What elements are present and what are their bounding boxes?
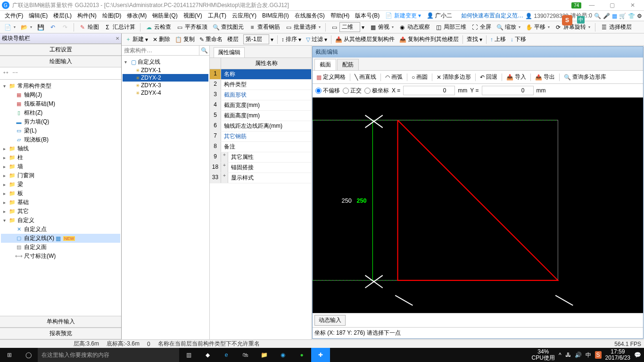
menu-rebar[interactable]: 钢筋量(Q) xyxy=(149,11,180,21)
import-button[interactable]: 📥导入 xyxy=(504,72,528,82)
topview-button[interactable]: ▦俯视 xyxy=(367,22,396,32)
tree-custom-line[interactable]: ▢自定义线(X)▦NEW xyxy=(1,234,120,243)
cpu-meter[interactable]: 34%CPU使用 xyxy=(532,349,555,361)
tree-column[interactable]: ▯框柱(Z) xyxy=(1,108,120,117)
filter-button[interactable]: ▽过滤▾ xyxy=(304,34,329,44)
list-item-2[interactable]: ✳ZDYX-2 xyxy=(123,74,208,82)
tab-rebar[interactable]: 配筋 xyxy=(337,59,359,70)
batchsel-button[interactable]: ▭批量选择 xyxy=(283,22,322,32)
tree-custom-face[interactable]: ▨自定义面 xyxy=(1,243,120,252)
copy-button[interactable]: 📋复制 xyxy=(173,34,197,44)
tree-opening[interactable]: ▸📁门窗洞 xyxy=(1,171,120,180)
prop-row-type[interactable]: 2构件类型 xyxy=(210,80,311,90)
new-component-button[interactable]: ＋新建▾ xyxy=(124,34,150,44)
notification-badge[interactable]: 74 xyxy=(571,2,581,8)
menu-help[interactable]: 帮助(H) xyxy=(328,11,353,21)
taskbar-explorer[interactable]: 📁 xyxy=(255,348,273,362)
list-item-4[interactable]: ✳ZDYX-4 xyxy=(123,89,208,97)
search-button[interactable]: 🔍 xyxy=(199,46,209,55)
taskbar-app-3[interactable]: ● xyxy=(292,348,311,362)
sidebar-bar-drawing[interactable]: 绘图输入 xyxy=(0,56,121,67)
tree-custom[interactable]: ▾📁自定义 xyxy=(1,216,120,225)
expand-icon[interactable]: ⁺⁺ xyxy=(3,70,8,77)
start-button[interactable]: ⊞ xyxy=(0,348,19,362)
sumcalc-button[interactable]: Σ汇总计算 xyxy=(102,22,137,32)
tab-section[interactable]: 截面 xyxy=(314,59,336,70)
search-input[interactable] xyxy=(122,46,199,55)
x-input[interactable]: 0 xyxy=(403,86,455,95)
clear-polygon-button[interactable]: ✕清除多边形 xyxy=(435,72,473,82)
prop-row-axisdist[interactable]: 6轴线距左边线距离(mm) xyxy=(210,121,311,132)
tree-beam2[interactable]: ▸📁梁 xyxy=(1,180,120,189)
prop-row-otherrebar[interactable]: 7其它钢筋 xyxy=(210,132,311,142)
prop-row-remark[interactable]: 8备注 xyxy=(210,142,311,152)
tip-link[interactable]: 如何快速布置自定义范… xyxy=(461,12,523,20)
floor-select[interactable]: 第-1层▾ xyxy=(241,33,275,45)
menu-draw[interactable]: 绘图(D) xyxy=(99,11,124,21)
query-polygon-button[interactable]: 🔍查询多边形库 xyxy=(562,72,608,82)
sidebar-bar-single[interactable]: 单构件输入 xyxy=(0,316,121,328)
undo-polygon-button[interactable]: ↶回退 xyxy=(478,72,499,82)
prop-row-width[interactable]: 4截面宽度(mm) xyxy=(210,100,311,111)
ime-floating-icon[interactable]: S xyxy=(562,15,572,25)
tree-shearwall[interactable]: ▬剪力墙(Q) xyxy=(1,117,120,126)
shirt-icon[interactable]: 👕 xyxy=(628,13,635,19)
new-change-button[interactable]: 📄 新建变更 ▾ xyxy=(382,11,424,21)
radio-no-offset[interactable]: 不偏移 xyxy=(315,87,340,95)
tree-raft[interactable]: ▦筏板基础(M) xyxy=(1,99,120,108)
selectfloor-button[interactable]: ☰选择楼层 xyxy=(598,22,634,32)
menu-edit[interactable]: 编辑(E) xyxy=(26,11,50,21)
tree-axis[interactable]: ▸📁轴线 xyxy=(1,144,120,153)
redo-button[interactable]: ↷ xyxy=(59,23,71,32)
find-button[interactable]: 查找▾ xyxy=(465,34,484,44)
draw-line-button[interactable]: ╲画直线 xyxy=(353,72,378,82)
new-file-button[interactable]: 📄 xyxy=(2,23,17,32)
draw-circle-button[interactable]: ○画圆 xyxy=(410,72,429,82)
taskbar-app-1[interactable]: ◆ xyxy=(198,348,217,362)
export-button[interactable]: 📤导出 xyxy=(533,72,557,82)
tree-common[interactable]: ▾📁常用构件类型 xyxy=(1,82,120,90)
search-icon[interactable]: 🔍 xyxy=(594,13,601,19)
menu-floor[interactable]: 楼层(L) xyxy=(50,11,74,21)
prop-row-otherprop[interactable]: 9+其它属性 xyxy=(210,152,311,163)
menu-online[interactable]: 在线服务(S) xyxy=(292,11,328,21)
view2d-dropdown[interactable]: ▭二维▾ xyxy=(329,21,366,33)
grid-icon[interactable]: ▦ xyxy=(612,13,617,19)
sidebar-close[interactable]: ✕ xyxy=(116,36,119,41)
menu-bim[interactable]: BIM应用(I) xyxy=(259,11,292,21)
tree-wall[interactable]: ▸📁墙 xyxy=(1,162,120,171)
taskbar-store[interactable]: 🛍 xyxy=(236,348,255,362)
tray-ime-label[interactable]: 中 xyxy=(586,351,591,359)
prop-row-anchor[interactable]: 18+锚固搭接 xyxy=(210,163,311,173)
tray-notifications-icon[interactable]: 💬 xyxy=(634,352,641,358)
copy-to-floor-button[interactable]: 📤复制构件到其他楼层 xyxy=(397,34,461,44)
pan-button[interactable]: ✋平移 xyxy=(523,22,552,32)
tree-dimension[interactable]: ⟷尺寸标注(W) xyxy=(1,252,120,261)
taskview-icon[interactable]: ▥ xyxy=(179,348,198,362)
sidebar-bar-project[interactable]: 工程设置 xyxy=(0,44,121,56)
tray-network-icon[interactable]: 🖧 xyxy=(565,352,571,358)
tree-slab[interactable]: ▱现浇板(B) xyxy=(1,135,120,144)
move-up-button[interactable]: ↑上移 xyxy=(488,34,508,44)
prop-row-shape[interactable]: 3截面形状 xyxy=(210,90,311,100)
list-item-3[interactable]: ✳ZDYX-3 xyxy=(123,82,208,89)
delete-button[interactable]: ✕删除 xyxy=(151,34,172,44)
close-button[interactable]: ✕ xyxy=(623,2,642,8)
cortana-icon[interactable]: ◯ xyxy=(19,348,38,362)
rotate-button[interactable]: ⟳屏幕旋转 xyxy=(553,22,592,32)
gear-icon[interactable]: ⚙ xyxy=(637,13,642,19)
minimize-button[interactable]: — xyxy=(582,2,601,8)
tree-foundation[interactable]: ▸📁基础 xyxy=(1,198,120,207)
list-item-1[interactable]: ✳ZDYX-1 xyxy=(123,66,208,74)
prop-row-display[interactable]: 33+显示样式 xyxy=(210,173,311,183)
taskbar-app-2[interactable]: ◉ xyxy=(273,348,292,362)
ime-lang-label[interactable]: 中 xyxy=(577,16,585,24)
cart-icon[interactable]: 🛒 xyxy=(619,13,626,19)
tray-volume-icon[interactable]: 🔊 xyxy=(575,352,582,358)
tree-beam[interactable]: ▭梁(L) xyxy=(1,126,120,135)
taskbar-search[interactable]: 在这里输入你要搜索的内容 xyxy=(38,348,179,362)
taskbar-edge[interactable]: e xyxy=(217,348,236,362)
undo-button[interactable]: ↶ xyxy=(47,23,58,32)
rename-button[interactable]: ✎重命名 xyxy=(198,34,224,44)
define-grid-button[interactable]: ▦定义网格 xyxy=(314,72,347,82)
